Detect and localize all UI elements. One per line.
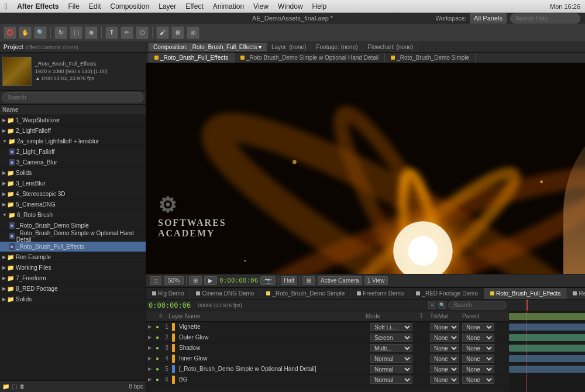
menu-edit[interactable]: Edit (85, 1, 105, 12)
project-item-12[interactable]: ■_Roto_Brush_Demo Simple w Optional Hand… (0, 231, 146, 242)
layer-expand-2[interactable]: ▶ (146, 345, 153, 350)
timeline-tab-4[interactable]: _RED Footage Demo (410, 288, 484, 300)
brush-tool-btn[interactable]: 🖌 (156, 26, 169, 39)
project-item-14[interactable]: ▶📁Ren Example (0, 252, 146, 263)
pan-tool-btn[interactable]: ⊕ (85, 26, 98, 39)
project-item-17[interactable]: ▶📁8_RED Footage (0, 284, 146, 294)
project-item-8[interactable]: ▶📁4_Stereoscopic 3D (0, 189, 146, 200)
menu-window[interactable]: Window (274, 1, 307, 12)
panel-tab-flowchart[interactable]: Flowchart: (none) (363, 43, 419, 51)
layer-trkmat-select-1[interactable]: None (430, 333, 459, 342)
project-item-9[interactable]: ▶📁5_CinemaDNG (0, 200, 146, 210)
timeline-playhead-top[interactable] (526, 300, 528, 311)
help-search-input[interactable] (510, 13, 580, 23)
zoom-tool-btn[interactable]: 🔍 (34, 26, 47, 39)
layer-expand-4[interactable]: ▶ (146, 366, 153, 372)
timeline-tab-3[interactable]: Freeform Demo (351, 288, 410, 300)
project-item-15[interactable]: ▶📁Working Files (0, 263, 146, 273)
project-item-13[interactable]: ■_Roto_Brush_Full_Effects (0, 242, 146, 252)
layer-parent-select-3[interactable]: None (462, 355, 494, 363)
app-name[interactable]: After Effects (13, 1, 62, 12)
workspace-dropdown[interactable]: All Panels (470, 13, 507, 23)
camera-tool-btn[interactable]: ⬚ (70, 26, 82, 39)
camera-btn[interactable]: 📷 (260, 276, 276, 285)
hand-tool-btn[interactable]: ✋ (19, 26, 32, 39)
layer-parent-select-4[interactable]: None (462, 365, 494, 373)
rotate-tool-btn[interactable]: ↻ (54, 26, 67, 39)
magnet-snap-btn[interactable]: ⊞ (189, 276, 202, 285)
timeline-search-input[interactable] (448, 301, 507, 310)
project-search-input[interactable] (2, 92, 143, 102)
project-item-3[interactable]: ▼📁2a_simple Lightfalloff + lensblur (0, 136, 146, 147)
layer-trkmat-select-0[interactable]: None (430, 323, 459, 331)
timeline-tab-2[interactable]: _Roto_Brush_Demo Simple (260, 288, 351, 300)
menu-animation[interactable]: Animation (209, 1, 247, 12)
menu-help[interactable]: Help (309, 1, 331, 12)
layer-mode-select-2[interactable]: Multi... (370, 344, 412, 352)
select-tool-btn[interactable]: ⭕ (4, 26, 16, 39)
layer-vis-0[interactable]: ● (153, 324, 161, 330)
panel-tab-composition[interactable]: Composition: _Roto_Brush_Full_Effects ▾ (149, 43, 267, 51)
layer-row-5[interactable]: ▶ ● 5 [_Roto_Brush_Demo Simple w Optiona… (146, 364, 509, 374)
menu-view[interactable]: View (250, 1, 272, 12)
tl-options-btn[interactable]: ≡ (428, 301, 436, 309)
new-comp-btn[interactable]: ⬚ (12, 383, 17, 390)
delete-btn[interactable]: 🗑 (19, 383, 25, 390)
roto-tool-btn[interactable]: ◎ (187, 26, 199, 39)
layer-vis-4[interactable]: ● (153, 366, 161, 372)
project-item-18[interactable]: ▶📁Solids (0, 294, 146, 305)
panel-tab-layer[interactable]: Layer: (none) (267, 43, 311, 51)
layer-expand-3[interactable]: ▶ (146, 356, 153, 361)
menu-layer[interactable]: Layer (155, 1, 180, 12)
layer-mode-select-0[interactable]: Soft Li... (370, 323, 412, 331)
project-item-7[interactable]: ▶📁3_LensBlur (0, 178, 146, 189)
layer-trkmat-select-5[interactable]: None (430, 376, 459, 384)
layer-parent-select-2[interactable]: None (462, 344, 494, 352)
layer-parent-select-0[interactable]: None (462, 323, 494, 331)
comp-tab-0[interactable]: _Roto_Brush_Full_Effects (149, 53, 235, 63)
project-item-2[interactable]: ▶📁2_LightFalloff (0, 126, 146, 136)
layer-expand-0[interactable]: ▶ (146, 324, 153, 329)
menu-composition[interactable]: Composition (107, 1, 153, 12)
grid-btn[interactable]: ⊞ (302, 276, 315, 285)
layer-row-3[interactable]: ▶ ● 3 Shadow Multi... None None (146, 343, 509, 353)
panel-tab-footage[interactable]: Footage: (none) (311, 43, 363, 51)
effect-controls-tab[interactable]: Effect Controls: (none) (26, 44, 78, 50)
timeline-tab-6[interactable]: Render Queue (567, 288, 585, 300)
layer-vis-1[interactable]: ● (153, 334, 161, 341)
layer-vis-5[interactable]: ● (153, 376, 161, 383)
layer-row-4[interactable]: ▶ ● 4 Inner Glow Normal None None (146, 353, 509, 364)
project-item-5[interactable]: ■3_Camera_Blur (0, 157, 146, 168)
layer-mode-select-5[interactable]: Normal (370, 376, 412, 384)
comp-tab-2[interactable]: _Roto_Brush_Demo Simple (385, 53, 476, 63)
project-item-10[interactable]: ▼📁6_Roto Brush (0, 210, 146, 221)
layer-row-1[interactable]: ▶ ● 1 Vignette Soft Li... None None (146, 322, 509, 332)
project-item-1[interactable]: ▶📁1_WarpStabilizer (0, 115, 146, 126)
new-folder-btn[interactable]: 📁 (2, 383, 9, 390)
project-item-4[interactable]: ■2_Light_Falloff (0, 147, 146, 157)
layer-trkmat-select-2[interactable]: None (430, 344, 459, 352)
layer-expand-5[interactable]: ▶ (146, 377, 153, 382)
comp-tab-1[interactable]: _Roto Brush_Demo Simple w Optional Hand … (235, 53, 385, 63)
layer-vis-3[interactable]: ● (153, 355, 161, 362)
camera-view-dropdown[interactable]: Active Camera (318, 276, 362, 285)
quality-dropdown[interactable]: Half (281, 276, 297, 285)
text-tool-btn[interactable]: T (105, 26, 118, 39)
tl-search-btn[interactable]: 🔍 (438, 301, 446, 309)
timeline-tab-5[interactable]: Roto_Brush_Full_Effects (484, 288, 567, 300)
pen-tool-btn[interactable]: ✏ (121, 26, 133, 39)
layer-row-2[interactable]: ▶ ● 2 Outer Glow Screen None None (146, 332, 509, 343)
layer-row-6[interactable]: ▶ ● 6 BG Normal None None (146, 374, 509, 385)
layer-parent-select-5[interactable]: None (462, 376, 494, 384)
layer-parent-select-1[interactable]: None (462, 333, 494, 342)
timeline-tab-1[interactable]: Cinema DNG Demo (190, 288, 260, 300)
timestamp-btn[interactable]: ▶ (204, 276, 217, 285)
mask-tool-btn[interactable]: ⬡ (136, 26, 149, 39)
layer-trkmat-select-3[interactable]: None (430, 355, 459, 363)
always-preview-btn[interactable]: □ (150, 276, 161, 285)
menu-effect[interactable]: Effect (182, 1, 207, 12)
layer-mode-select-4[interactable]: Normal (370, 365, 412, 373)
layer-trkmat-select-4[interactable]: None (430, 365, 459, 373)
zoom-dropdown[interactable]: 50% (164, 276, 184, 285)
layer-vis-2[interactable]: ● (153, 345, 161, 351)
